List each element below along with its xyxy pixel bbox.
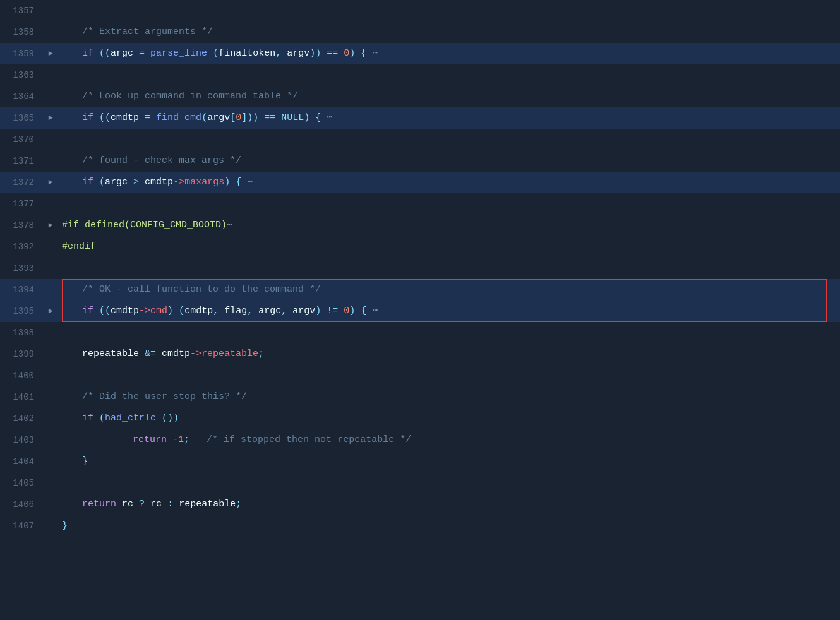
line-num-1363: 1363 [0, 69, 44, 82]
line-num-1365: 1365 [0, 112, 44, 125]
line-num-1377: 1377 [0, 198, 44, 211]
line-content-1401: /* Did the user stop this? */ [57, 390, 840, 405]
code-line-1398: 1398 [0, 322, 840, 343]
line-num-1401: 1401 [0, 391, 44, 404]
line-num-1405: 1405 [0, 477, 44, 490]
line-num-1358: 1358 [0, 26, 44, 39]
code-line-1364: 1364 /* Look up command in command table… [0, 86, 840, 107]
line-content-1399: repeatable &= cmdtp->repeatable; [57, 347, 840, 362]
code-line-1377: 1377 [0, 193, 840, 215]
line-num-1359: 1359 [0, 47, 44, 61]
line-content-1359: if ((argc = parse_line (finaltoken, argv… [57, 47, 840, 61]
line-content-1406: return rc ? rc : repeatable; [57, 498, 840, 512]
code-line-1378: 1378 ► #if defined(CONFIG_CMD_BOOTD)⋯ [0, 215, 840, 236]
line-num-1406: 1406 [0, 498, 44, 511]
red-box-group: 1394 /* OK - call function to do the com… [0, 279, 840, 322]
line-content-1407: } [57, 519, 840, 534]
line-content-1378: #if defined(CONFIG_CMD_BOOTD)⋯ [57, 218, 840, 233]
code-line-1402: 1402 if (had_ctrlc ()) [0, 408, 840, 429]
line-num-1400: 1400 [0, 369, 44, 383]
line-content-1372: if (argc > cmdtp->maxargs) { ⋯ [57, 176, 840, 190]
code-line-1393: 1393 [0, 258, 840, 279]
line-num-1403: 1403 [0, 434, 44, 447]
line-num-1395: 1395 [0, 305, 44, 318]
line-num-1372: 1372 [0, 176, 44, 189]
line-num-1371: 1371 [0, 155, 44, 168]
line-num-1393: 1393 [0, 262, 44, 275]
line-num-1402: 1402 [0, 412, 44, 426]
line-num-1357: 1357 [0, 4, 44, 18]
line-content-1364: /* Look up command in command table */ [57, 90, 840, 104]
code-line-1365: 1365 ► if ((cmdtp = find_cmd(argv[0])) =… [0, 107, 840, 129]
code-line-1358: 1358 /* Extract arguments */ [0, 21, 840, 43]
code-line-1399: 1399 repeatable &= cmdtp->repeatable; [0, 343, 840, 365]
code-line-1403: 1403 return -1; /* if stopped then not r… [0, 429, 840, 451]
code-line-1371: 1371 /* found - check max args */ [0, 150, 840, 172]
line-content-1394: /* OK - call function to do the command … [57, 283, 840, 297]
code-line-1401: 1401 /* Did the user stop this? */ [0, 386, 840, 408]
line-content-1402: if (had_ctrlc ()) [57, 412, 840, 426]
code-line-1405: 1405 [0, 472, 840, 494]
fold-arrow-1395[interactable]: ► [44, 306, 57, 317]
line-content-1403: return -1; /* if stopped then not repeat… [57, 433, 840, 448]
line-num-1407: 1407 [0, 520, 44, 533]
line-num-1404: 1404 [0, 455, 44, 468]
line-content-1365: if ((cmdtp = find_cmd(argv[0])) == NULL)… [57, 111, 840, 126]
code-line-1357: 1357 [0, 0, 840, 21]
line-content-1404: } [57, 455, 840, 469]
fold-arrow-1372[interactable]: ► [44, 177, 57, 188]
line-content-1371: /* found - check max args */ [57, 154, 840, 169]
code-line-1395: 1395 ► if ((cmdtp->cmd) (cmdtp, flag, ar… [0, 301, 840, 322]
line-num-1399: 1399 [0, 348, 44, 361]
code-line-1407: 1407 } [0, 515, 840, 537]
line-num-1398: 1398 [0, 326, 44, 340]
code-line-1359: 1359 ► if ((argc = parse_line (finaltoke… [0, 43, 840, 64]
code-line-1394: 1394 /* OK - call function to do the com… [0, 279, 840, 301]
code-line-1372: 1372 ► if (argc > cmdtp->maxargs) { ⋯ [0, 172, 840, 193]
code-line-1400: 1400 [0, 365, 840, 386]
code-editor: 1357 1358 /* Extract arguments */ 1359 ►… [0, 0, 840, 620]
line-num-1394: 1394 [0, 283, 44, 297]
line-num-1392: 1392 [0, 241, 44, 254]
line-num-1370: 1370 [0, 133, 44, 146]
fold-arrow-1365[interactable]: ► [44, 112, 57, 124]
line-content-1392: #endif [57, 240, 840, 254]
line-content-1358: /* Extract arguments */ [57, 25, 840, 40]
code-line-1404: 1404 } [0, 451, 840, 472]
fold-arrow-1378[interactable]: ► [44, 220, 57, 231]
code-line-1363: 1363 [0, 64, 840, 86]
line-content-1395: if ((cmdtp->cmd) (cmdtp, flag, argc, arg… [57, 304, 840, 319]
line-num-1364: 1364 [0, 90, 44, 104]
line-num-1378: 1378 [0, 219, 44, 232]
code-line-1392: 1392 #endif [0, 236, 840, 258]
code-line-1406: 1406 return rc ? rc : repeatable; [0, 494, 840, 515]
fold-arrow-1359[interactable]: ► [44, 48, 57, 59]
code-line-1370: 1370 [0, 129, 840, 150]
